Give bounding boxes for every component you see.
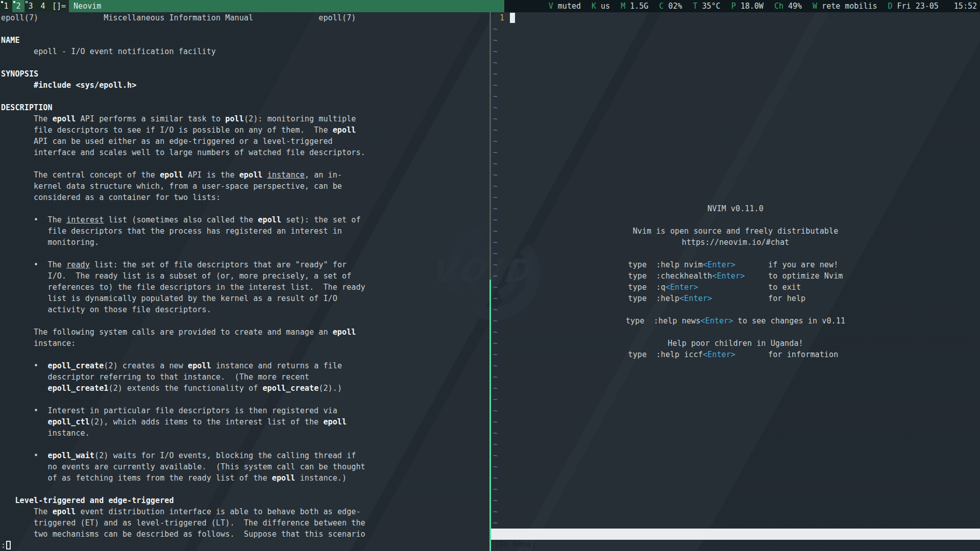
status-items: V mutedK usM 1.5GC 02%T 35°CP 18.0WCh 49… [538,0,939,12]
intro-line: type :help iccf<Enter> for information [491,349,980,360]
man-line [1,23,365,35]
intro-line: type :help<Enter> for help [491,293,980,304]
status-item-M: M 1.5G [621,0,648,12]
intro-line: type :help nvim<Enter> if you are new! [491,259,980,270]
man-line [1,439,365,450]
intro-line: Nvim is open source and freely distribut… [491,226,980,237]
man-line: The central concept of the epoll API is … [1,169,365,181]
focused-window-title: Neovim [69,0,504,12]
pager-cursor-hollow [6,541,11,549]
man-line: of as fetching items from the ready list… [1,472,365,484]
man-line [1,248,365,259]
window-separator-green[interactable] [489,280,491,551]
man-line [1,315,365,327]
man-content: epoll(7) Miscellaneous Information Manua… [1,12,365,551]
man-line: epoll_create1(2) extends the functionali… [1,383,365,394]
man-line: list is dynamically populated by the ker… [1,293,365,304]
man-line [1,203,365,214]
man-line: epoll_ctl(2), which adds items to the in… [1,416,365,428]
intro-line: type :q<Enter> to exit [491,282,980,293]
status-area: V mutedK usM 1.5GC 02%T 35°CP 18.0WCh 49… [504,0,980,12]
tag-list: 1234 [0,0,49,12]
tag-occupancy-square [26,1,28,3]
tag-occupancy-square [1,1,3,3]
man-line: activity on those file descriptors. [1,304,365,315]
man-line: descriptor referring to that instance. (… [1,371,365,383]
nvim-statusline: [No Name] 0,0-1 All [491,529,980,540]
man-line: considered as a container for two lists: [1,192,365,203]
man-line: interface and scales well to large numbe… [1,147,365,158]
tag-3[interactable]: 3 [24,0,37,12]
status-item-K: K us [592,0,610,12]
man-line: monitoring. [1,237,365,248]
top-bar: 1234 []= Neovim V mutedK usM 1.5GC 02%T … [0,0,980,12]
man-line [1,394,365,405]
status-item-W: W rete mobilis [813,0,877,12]
tag-2[interactable]: 2 [12,0,24,12]
status-clock: 15:52 [954,0,977,12]
status-item-P: P 18.0W [731,0,764,12]
man-line: epoll(7) Miscellaneous Information Manua… [1,12,365,23]
window-separator-gray[interactable] [489,12,491,280]
man-line: DESCRIPTION [1,102,365,113]
tag-1[interactable]: 1 [0,0,12,12]
status-item-Ch: Ch 49% [774,0,802,12]
status-item-V: V muted [549,0,581,12]
status-item-D: D Fri 23-05 [888,0,939,12]
nvim-window[interactable]: 1 ~~~~~~~~~~~~~~~~~~~~~~~~~~~~~~~~~~~~~~… [491,12,980,551]
man-line: SYNOPSIS [1,68,365,80]
nvim-intro: NVIM v0.11.0Nvim is open source and free… [491,12,980,551]
man-line: instance: [1,338,365,349]
man-line: The following system calls are provided … [1,327,365,338]
nvim-cmdline[interactable] [491,540,980,551]
layout-symbol[interactable]: []= [49,0,69,12]
man-line [1,91,365,102]
man-line: file descriptors that the process has re… [1,226,365,237]
tag-occupancy-square [38,1,40,3]
man-line: • The interest list (sometimes also call… [1,214,365,226]
man-line: The epoll API performs a similar task to… [1,113,365,124]
man-line [1,349,365,360]
intro-line: Help poor children in Uganda! [491,338,980,349]
man-line: #include <sys/epoll.h> [1,80,365,91]
man-line: references to) the file descriptors in t… [1,282,365,293]
status-item-T: T 35°C [693,0,720,12]
tag-4[interactable]: 4 [37,0,49,12]
man-line: triggered (ET) and as level-triggered (L… [1,517,365,529]
man-line: • The ready list: the set of file descri… [1,259,365,270]
intro-line: NVIM v0.11.0 [491,203,980,214]
man-line [1,484,365,495]
man-line: • epoll_wait(2) waits for I/O events, bl… [1,450,365,461]
man-line: two mechanisms can be described as follo… [1,529,365,540]
man-line: epoll - I/O event notification facility [1,46,365,57]
man-line: Level-triggered and edge-triggered [1,495,365,506]
man-line: NAME [1,35,365,46]
man-terminal-window[interactable]: epoll(7) Miscellaneous Information Manua… [0,12,489,551]
man-line: kernel data structure which, from a user… [1,181,365,192]
man-line [1,158,365,169]
man-line: The epoll event distribution interface i… [1,506,365,517]
intro-line: type :help news<Enter> to see changes in… [491,315,980,327]
man-line: API can be used either as an edge-trigge… [1,136,365,147]
intro-line: type :checkhealth<Enter> to optimize Nvi… [491,270,980,282]
man-line: • Interest in particular file descriptor… [1,405,365,416]
man-line: no events are currently available. (This… [1,461,365,472]
status-item-C: C 02% [659,0,682,12]
man-line: • epoll_create(2) creates a new epoll in… [1,360,365,371]
man-line: file descriptors to see if I/O is possib… [1,124,365,136]
man-line: instance. [1,428,365,439]
tag-occupancy-square [13,1,15,3]
man-line [1,57,365,68]
intro-line: https://neovim.io/#chat [491,237,980,248]
man-line: : [1,540,365,551]
man-line: I/O. The ready list is a subset of (or, … [1,270,365,282]
